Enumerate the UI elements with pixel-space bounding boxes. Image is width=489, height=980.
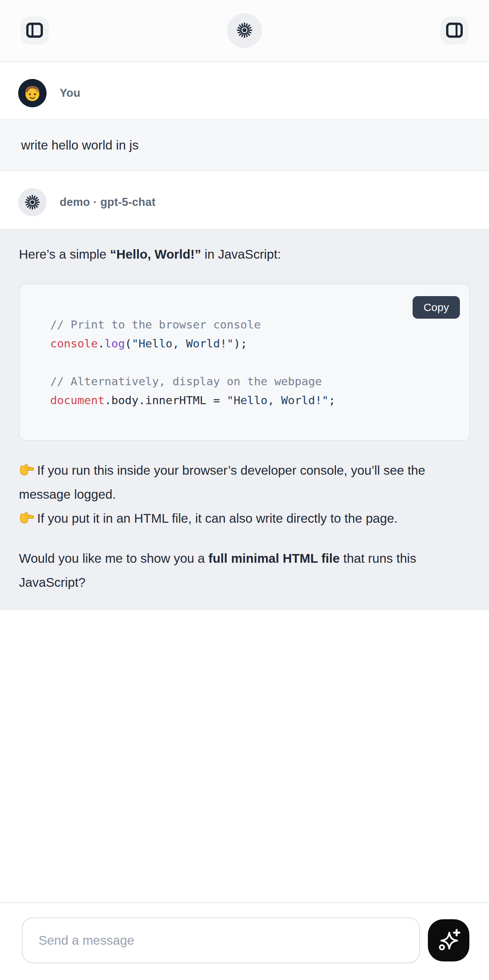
intro-text-bold: “Hello, World!” — [110, 247, 201, 261]
closing-text-pre: Would you like me to show you a — [19, 551, 209, 565]
user-message-header: You — [0, 62, 489, 119]
assistant-closing-paragraph: Would you like me to show you a full min… — [19, 546, 470, 594]
intro-text-post: in JavaScript: — [201, 247, 281, 261]
pointer-paragraph-2: If you put it in an HTML file, it can al… — [19, 506, 470, 530]
user-message-band: write hello world in js — [0, 119, 489, 171]
assistant-message-header: demo · gpt-5-chat — [0, 171, 489, 228]
pointer-text-2: If you put it in an HTML file, it can al… — [37, 511, 398, 525]
starburst-icon — [236, 21, 253, 40]
user-sender-name: You — [60, 87, 80, 100]
pointing-right-emoji — [19, 461, 34, 474]
left-sidebar-button[interactable] — [21, 16, 49, 45]
assistant-sender-name: demo · gpt-5-chat — [60, 196, 155, 209]
copy-button[interactable]: Copy — [413, 296, 460, 319]
pointer-paragraph-1: If you run this inside your browser’s de… — [19, 458, 470, 506]
pointing-right-emoji — [19, 509, 34, 522]
code-block: Copy // Print to the browser consolecons… — [19, 284, 470, 441]
code-lines: // Print to the browser consoleconsole.l… — [50, 315, 455, 410]
intro-text-pre: Here’s a simple — [19, 247, 110, 261]
user-avatar person-emoji-avatar — [18, 79, 46, 107]
sparkle-plus-icon — [436, 928, 460, 953]
sidebar-right-icon — [445, 21, 464, 40]
user-message-text: write hello world in js — [21, 138, 139, 153]
pointer-text-1: If you run this inside your browser’s de… — [19, 463, 425, 501]
right-sidebar-button[interactable] — [440, 16, 468, 45]
assistant-intro-paragraph: Here’s a simple “Hello, World!” in JavaS… — [19, 242, 470, 266]
sidebar-left-icon — [25, 21, 44, 40]
model-logo-button[interactable] — [227, 13, 262, 48]
send-button[interactable] — [428, 919, 469, 961]
top-header — [0, 0, 489, 62]
chat-page: You write hello world in js demo — [0, 0, 489, 980]
pointer-paragraphs: If you run this inside your browser’s de… — [19, 458, 470, 530]
closing-text-bold: full minimal HTML file — [209, 551, 340, 565]
composer-bar — [0, 902, 489, 980]
message-input[interactable] — [22, 918, 420, 963]
assistant-message-band: Here’s a simple “Hello, World!” in JavaS… — [0, 228, 489, 610]
assistant-avatar starburst-avatar-icon — [18, 188, 46, 216]
